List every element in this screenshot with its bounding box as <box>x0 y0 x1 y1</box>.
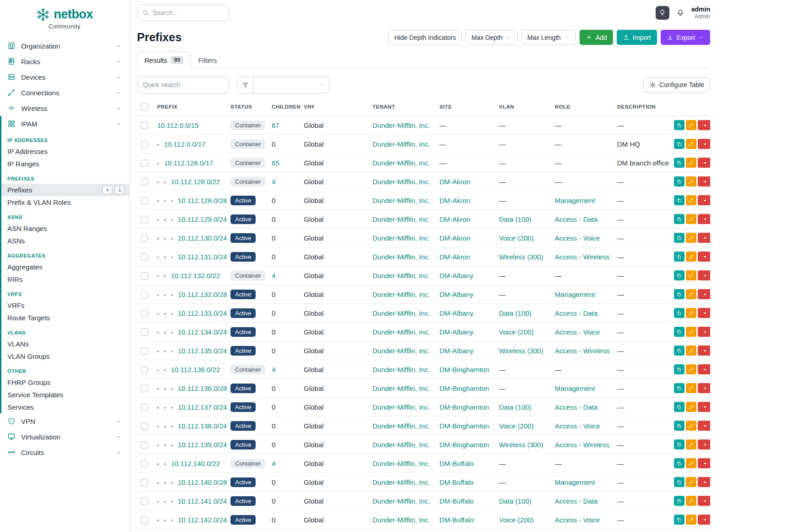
theme-toggle-button[interactable] <box>656 6 669 20</box>
children-link[interactable]: 4 <box>272 178 275 186</box>
vlan-link[interactable]: Wireless (300) <box>499 347 543 355</box>
site-link[interactable]: DM-Akron <box>439 234 471 242</box>
sidebar-item-vlans[interactable]: VLANs <box>1 338 129 350</box>
tenant-link[interactable]: Dunder-Mifflin, Inc. <box>372 291 430 298</box>
edit-button[interactable] <box>686 346 696 356</box>
vlan-link[interactable]: Voice (200) <box>499 516 534 524</box>
select-all-checkbox[interactable] <box>141 103 148 110</box>
sidebar-item-asn-ranges[interactable]: ASN Ranges <box>1 222 129 235</box>
copy-button[interactable] <box>674 308 684 318</box>
prefix-link[interactable]: 10.112.135.0/24 <box>178 347 227 355</box>
copy-button[interactable] <box>674 477 684 487</box>
prefix-link[interactable]: 10.112.132.0/28 <box>178 291 227 298</box>
copy-button[interactable] <box>674 139 684 149</box>
user-menu[interactable]: admin Admin <box>691 5 710 20</box>
prefix-link[interactable]: 10.112.140.0/22 <box>171 460 220 467</box>
sidebar-item-ipam[interactable]: IPAM <box>1 116 129 132</box>
column-header-role[interactable]: Role <box>551 98 613 116</box>
delete-dropdown-button[interactable] <box>698 139 710 149</box>
column-header-site[interactable]: Site <box>436 98 495 116</box>
site-link[interactable]: DM-Akron <box>439 178 471 186</box>
edit-button[interactable] <box>686 233 696 243</box>
delete-dropdown-button[interactable] <box>698 158 710 168</box>
edit-button[interactable] <box>686 289 696 299</box>
saved-filter-select[interactable] <box>253 76 329 93</box>
role-link[interactable]: Access - Data <box>555 309 597 317</box>
tenant-link[interactable]: Dunder-Mifflin, Inc. <box>372 403 430 411</box>
edit-button[interactable] <box>686 496 696 506</box>
sidebar-item-devices[interactable]: Devices <box>0 69 129 85</box>
edit-button[interactable] <box>686 252 696 262</box>
vlan-link[interactable]: Wireless (300) <box>499 441 543 449</box>
row-checkbox[interactable] <box>141 253 148 261</box>
row-checkbox[interactable] <box>141 479 148 486</box>
delete-dropdown-button[interactable] <box>698 458 710 468</box>
row-checkbox[interactable] <box>141 159 148 167</box>
sidebar-item-vlan-groups[interactable]: VLAN Groups <box>1 350 129 362</box>
row-checkbox[interactable] <box>141 329 148 336</box>
delete-dropdown-button[interactable] <box>698 308 710 318</box>
tenant-link[interactable]: Dunder-Mifflin, Inc. <box>372 384 430 392</box>
role-link[interactable]: Access - Voice <box>555 422 600 430</box>
sidebar-item-circuits[interactable]: Circuits <box>0 444 129 460</box>
add-button[interactable]: Add <box>580 30 613 45</box>
vlan-link[interactable]: Wireless (300) <box>499 253 543 261</box>
site-link[interactable]: DM-Albany <box>439 309 473 317</box>
prefix-link[interactable]: 10.112.128.0/22 <box>171 178 220 186</box>
column-header-children[interactable]: Children <box>268 98 300 116</box>
site-link[interactable]: DM-Buffalo <box>439 497 474 505</box>
tenant-link[interactable]: Dunder-Mifflin, Inc. <box>372 328 430 336</box>
delete-dropdown-button[interactable] <box>698 327 710 337</box>
row-checkbox[interactable] <box>141 516 148 524</box>
tenant-link[interactable]: Dunder-Mifflin, Inc. <box>372 441 430 449</box>
copy-button[interactable] <box>674 195 684 205</box>
sidebar-item-service-templates[interactable]: Service Templates <box>1 389 129 401</box>
sidebar-item-wireless[interactable]: Wireless <box>0 100 129 116</box>
tenant-link[interactable]: Dunder-Mifflin, Inc. <box>372 159 430 167</box>
copy-button[interactable] <box>674 233 684 243</box>
delete-dropdown-button[interactable] <box>698 214 710 224</box>
edit-button[interactable] <box>686 458 696 468</box>
vlan-link[interactable]: Data (100) <box>499 497 531 505</box>
role-link[interactable]: Access - Data <box>555 403 597 411</box>
role-link[interactable]: Access - Voice <box>555 516 600 524</box>
row-checkbox[interactable] <box>141 141 148 148</box>
copy-button[interactable] <box>674 176 684 186</box>
site-link[interactable]: DM-Binghamton <box>439 441 489 449</box>
hide-depth-indicators-button[interactable]: Hide Depth Indicators <box>388 30 462 45</box>
delete-dropdown-button[interactable] <box>698 270 710 280</box>
site-link[interactable]: DM-Buffalo <box>439 516 474 524</box>
copy-button[interactable] <box>674 458 684 468</box>
prefix-link[interactable]: 10.112.128.0/17 <box>164 159 213 167</box>
edit-button[interactable] <box>686 364 696 374</box>
notifications-button[interactable] <box>676 9 684 17</box>
edit-button[interactable] <box>686 308 696 318</box>
edit-button[interactable] <box>686 477 696 487</box>
row-checkbox[interactable] <box>141 366 148 373</box>
sidebar-item-prefixes[interactable]: Prefixes <box>1 184 129 196</box>
sidebar-item-asns[interactable]: ASNs <box>1 235 129 247</box>
role-link[interactable]: Management <box>555 384 595 392</box>
sidebar-item-vrfs[interactable]: VRFs <box>1 299 129 312</box>
edit-button[interactable] <box>686 439 696 450</box>
copy-button[interactable] <box>674 252 684 262</box>
role-link[interactable]: Access - Voice <box>555 328 600 336</box>
delete-dropdown-button[interactable] <box>698 383 710 393</box>
sidebar-item-racks[interactable]: Racks <box>0 54 129 69</box>
role-link[interactable]: Access - Wireless <box>555 347 609 355</box>
prefix-link[interactable]: 10.112.134.0/24 <box>178 328 227 336</box>
column-header-status[interactable]: Status <box>227 98 268 116</box>
row-checkbox[interactable] <box>141 310 148 317</box>
children-link[interactable]: 4 <box>272 272 275 280</box>
copy-button[interactable] <box>674 120 684 130</box>
role-link[interactable]: Management <box>555 291 595 298</box>
vlan-link[interactable]: Data (100) <box>499 215 531 223</box>
quick-search-input[interactable] <box>137 76 229 93</box>
vlan-link[interactable]: Voice (200) <box>499 422 534 430</box>
tenant-link[interactable]: Dunder-Mifflin, Inc. <box>372 516 430 524</box>
sidebar-item-connections[interactable]: Connections <box>0 85 129 100</box>
copy-button[interactable] <box>674 270 684 280</box>
row-checkbox[interactable] <box>141 235 148 242</box>
children-link[interactable]: 4 <box>272 366 275 373</box>
prefix-link[interactable]: 10.112.138.0/24 <box>178 422 227 430</box>
